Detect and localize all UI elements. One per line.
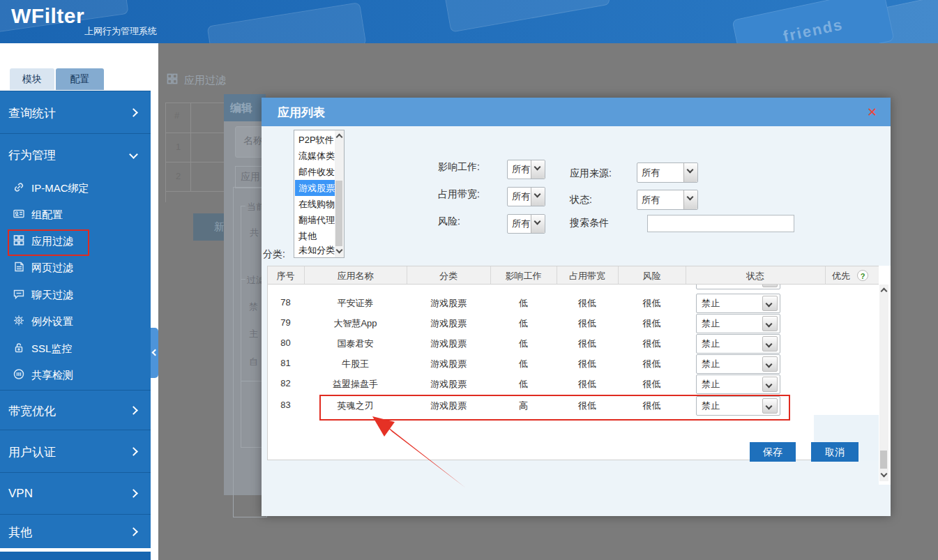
cell-risk: 很低 bbox=[618, 338, 686, 350]
sidebar-item-label: 网页过滤 bbox=[31, 262, 73, 275]
sidebar-item-label: 例外设置 bbox=[31, 315, 73, 328]
cancel-button[interactable]: 取消 bbox=[811, 442, 858, 462]
status-filter-select[interactable]: 所有 bbox=[637, 190, 698, 210]
search-label: 搜索条件 bbox=[570, 217, 609, 229]
sidebar-item-label: 行为管理 bbox=[8, 147, 56, 163]
table-scrollbar[interactable] bbox=[879, 285, 888, 481]
row-status-select[interactable]: 禁止 bbox=[696, 354, 780, 374]
sidebar-item-label: SSL监控 bbox=[31, 342, 72, 356]
keyboard-friends-keycap: friends bbox=[732, 0, 894, 43]
scroll-down-icon[interactable] bbox=[336, 247, 343, 254]
sidebar-footer-strip bbox=[0, 552, 151, 560]
row-status-select-clipped[interactable]: 禁止 bbox=[696, 285, 780, 289]
sidebar-item-label: 用户认证 bbox=[8, 444, 56, 460]
bg-edit-tab-label: 应用 bbox=[241, 171, 260, 183]
risk-filter-select[interactable]: 所有 bbox=[507, 214, 545, 234]
category-option[interactable]: 未知分类 bbox=[295, 242, 339, 258]
sidebar-item-user-auth[interactable]: 用户认证 bbox=[0, 430, 151, 473]
sidebar-item-query-stats[interactable]: 查询统计 bbox=[0, 91, 151, 134]
category-option[interactable]: 流媒体类 bbox=[295, 148, 339, 164]
col-separator bbox=[407, 266, 407, 284]
category-option-selected[interactable]: 游戏股票 bbox=[295, 180, 339, 196]
scrollbar-thumb[interactable] bbox=[335, 181, 342, 246]
cell-impact: 低 bbox=[490, 358, 557, 370]
cell-impact: 低 bbox=[490, 297, 557, 310]
cell-category: 游戏股票 bbox=[407, 297, 490, 310]
top-banner: friends WFilter 上网行为管理系统 bbox=[0, 0, 938, 43]
sidebar-item-ipmac[interactable]: IP-MAC绑定 bbox=[0, 175, 151, 202]
cell-name: 益盟操盘手 bbox=[304, 378, 407, 391]
bg-edit-group2-item: 自 bbox=[249, 356, 258, 368]
sidebar-collapse-handle[interactable] bbox=[151, 328, 158, 378]
tab-module[interactable]: 模块 bbox=[10, 68, 54, 90]
chevron-down-icon bbox=[762, 336, 778, 351]
scroll-up-icon[interactable] bbox=[336, 134, 343, 141]
sidebar-item-behavior-mgmt[interactable]: 行为管理 bbox=[0, 133, 151, 176]
col-separator bbox=[304, 266, 305, 284]
modal-titlebar bbox=[262, 98, 891, 126]
brand-logo: WFilter bbox=[11, 4, 84, 28]
row-status-select[interactable]: 禁止 bbox=[696, 294, 780, 313]
bg-row-number: 1 bbox=[176, 142, 181, 152]
cell-bandwidth: 很低 bbox=[557, 378, 618, 391]
listbox-scrollbar[interactable] bbox=[335, 130, 344, 257]
chevron-down-icon bbox=[531, 215, 545, 233]
bg-table-border bbox=[165, 103, 166, 202]
bandwidth-filter-select[interactable]: 所有 bbox=[507, 187, 545, 206]
bg-table-line bbox=[165, 191, 224, 192]
category-listbox[interactable]: P2P软件 流媒体类 邮件收发 游戏股票 在线购物 翻墙代理 其他 未知分类 bbox=[294, 130, 345, 258]
share-icon bbox=[13, 368, 25, 383]
sidebar-item-label: 查询统计 bbox=[8, 105, 56, 121]
scroll-down-icon[interactable] bbox=[881, 471, 888, 478]
category-option[interactable]: 在线购物 bbox=[295, 196, 339, 212]
sidebar-item-bandwidth[interactable]: 带宽优化 bbox=[0, 390, 151, 430]
row-status-select[interactable]: 禁止 bbox=[696, 334, 780, 354]
bg-edit-name-label: 名称 bbox=[243, 135, 263, 147]
sidebar-item-other[interactable]: 其他 bbox=[0, 514, 151, 549]
bg-table-border bbox=[165, 103, 224, 103]
cell-impact: 低 bbox=[490, 338, 557, 350]
bg-page-title: 应用过滤 bbox=[184, 74, 226, 87]
tab-config[interactable]: 配置 bbox=[56, 68, 104, 90]
sidebar-item-group-config[interactable]: 组配置 bbox=[0, 202, 151, 228]
cell-category: 游戏股票 bbox=[407, 378, 490, 391]
category-option[interactable]: 翻墙代理 bbox=[295, 212, 339, 228]
chevron-right-icon bbox=[129, 406, 138, 415]
cell-name: 国泰君安 bbox=[304, 338, 407, 350]
chevron-down-icon bbox=[683, 190, 697, 209]
row-status-select[interactable]: 禁止 bbox=[696, 314, 780, 333]
scroll-up-icon[interactable] bbox=[881, 288, 888, 295]
search-input[interactable] bbox=[647, 215, 794, 232]
sidebar-item-exceptions[interactable]: 例外设置 bbox=[0, 308, 151, 335]
col-header-status: 状态 bbox=[686, 270, 825, 282]
sidebar-item-share-detect[interactable]: 共享检测 bbox=[0, 362, 151, 388]
sidebar-item-vpn[interactable]: VPN bbox=[0, 472, 151, 515]
sidebar-item-label: 其他 bbox=[8, 524, 32, 540]
row-status-select[interactable]: 禁止 bbox=[696, 374, 780, 394]
sidebar-item-label: 带宽优化 bbox=[8, 402, 56, 418]
tab-module-label: 模块 bbox=[22, 73, 42, 84]
cell-bandwidth: 很低 bbox=[557, 297, 618, 310]
col-separator bbox=[490, 266, 491, 284]
category-option[interactable]: P2P软件 bbox=[295, 132, 339, 148]
chat-icon bbox=[13, 288, 25, 303]
source-filter-select[interactable]: 所有 bbox=[637, 162, 698, 183]
annotation-box-sidebar bbox=[8, 229, 89, 256]
webpage-icon bbox=[13, 261, 25, 275]
impact-filter-select[interactable]: 所有 bbox=[507, 160, 545, 179]
help-icon[interactable]: ? bbox=[857, 270, 868, 281]
close-icon[interactable]: ✕ bbox=[867, 105, 877, 120]
scrollbar-thumb[interactable] bbox=[880, 451, 887, 469]
sidebar-item-chat-filter[interactable]: 聊天过滤 bbox=[0, 282, 151, 308]
gear-icon bbox=[13, 315, 25, 329]
save-button[interactable]: 保存 bbox=[750, 442, 796, 462]
sidebar-item-web-filter[interactable]: 网页过滤 bbox=[0, 255, 151, 281]
keyboard-decor-icon bbox=[444, 0, 610, 33]
chevron-down-icon bbox=[531, 160, 545, 179]
sidebar-item-label: VPN bbox=[8, 487, 33, 501]
sidebar-item-ssl-monitor[interactable]: SSL监控 bbox=[0, 335, 151, 362]
cancel-button-label: 取消 bbox=[825, 446, 845, 457]
chevron-right-icon bbox=[129, 527, 138, 536]
category-option[interactable]: 邮件收发 bbox=[295, 164, 339, 180]
col-header-category: 分类 bbox=[407, 270, 490, 282]
